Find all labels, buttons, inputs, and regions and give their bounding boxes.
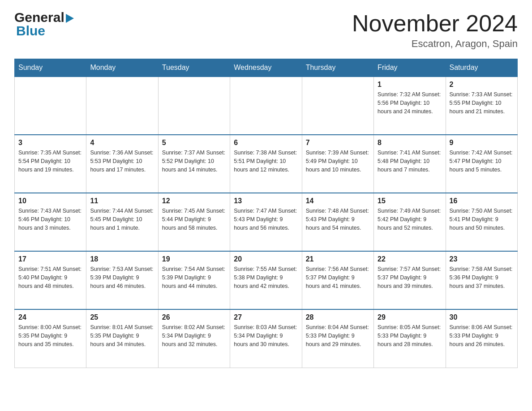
calendar-cell: 5Sunrise: 7:37 AM Sunset: 5:52 PM Daylig…	[158, 135, 230, 193]
day-info: Sunrise: 7:48 AM Sunset: 5:43 PM Dayligh…	[306, 207, 370, 232]
calendar-row-0: 1Sunrise: 7:32 AM Sunset: 5:56 PM Daylig…	[15, 77, 518, 135]
day-info: Sunrise: 7:47 AM Sunset: 5:43 PM Dayligh…	[234, 207, 298, 232]
calendar-cell: 17Sunrise: 7:51 AM Sunset: 5:40 PM Dayli…	[15, 251, 86, 309]
calendar-cell: 1Sunrise: 7:32 AM Sunset: 5:56 PM Daylig…	[374, 77, 446, 135]
day-info: Sunrise: 7:58 AM Sunset: 5:36 PM Dayligh…	[450, 265, 514, 290]
calendar-cell: 27Sunrise: 8:03 AM Sunset: 5:34 PM Dayli…	[230, 309, 302, 368]
day-number: 15	[378, 197, 442, 205]
day-info: Sunrise: 8:04 AM Sunset: 5:33 PM Dayligh…	[306, 323, 370, 348]
calendar-cell: 23Sunrise: 7:58 AM Sunset: 5:36 PM Dayli…	[446, 251, 517, 309]
weekday-header-wednesday: Wednesday	[230, 59, 302, 77]
logo-blue-text: Blue	[14, 24, 45, 38]
calendar-body: 1Sunrise: 7:32 AM Sunset: 5:56 PM Daylig…	[15, 77, 518, 368]
day-info: Sunrise: 7:55 AM Sunset: 5:38 PM Dayligh…	[234, 265, 298, 290]
weekday-header-sunday: Sunday	[15, 59, 86, 77]
day-number: 5	[162, 139, 226, 147]
day-number: 3	[18, 139, 82, 147]
day-info: Sunrise: 8:06 AM Sunset: 5:33 PM Dayligh…	[450, 323, 514, 348]
weekday-header-tuesday: Tuesday	[158, 59, 230, 77]
day-number: 4	[90, 139, 154, 147]
day-number: 26	[162, 313, 226, 321]
weekday-header-saturday: Saturday	[446, 59, 517, 77]
day-number: 24	[18, 313, 82, 321]
calendar-cell: 18Sunrise: 7:53 AM Sunset: 5:39 PM Dayli…	[86, 251, 158, 309]
day-info: Sunrise: 7:37 AM Sunset: 5:52 PM Dayligh…	[162, 149, 226, 174]
calendar-cell: 19Sunrise: 7:54 AM Sunset: 5:39 PM Dayli…	[158, 251, 230, 309]
month-title: November 2024	[352, 11, 518, 36]
calendar-cell: 7Sunrise: 7:39 AM Sunset: 5:49 PM Daylig…	[302, 135, 373, 193]
day-number: 20	[234, 255, 298, 263]
day-info: Sunrise: 8:03 AM Sunset: 5:34 PM Dayligh…	[234, 323, 298, 348]
day-info: Sunrise: 7:42 AM Sunset: 5:47 PM Dayligh…	[450, 149, 514, 174]
day-info: Sunrise: 8:01 AM Sunset: 5:35 PM Dayligh…	[90, 323, 154, 348]
day-number: 8	[378, 139, 442, 147]
calendar-cell: 2Sunrise: 7:33 AM Sunset: 5:55 PM Daylig…	[446, 77, 517, 135]
calendar-cell: 22Sunrise: 7:57 AM Sunset: 5:37 PM Dayli…	[374, 251, 446, 309]
day-number: 28	[306, 313, 370, 321]
day-number: 17	[18, 255, 82, 263]
day-info: Sunrise: 8:02 AM Sunset: 5:34 PM Dayligh…	[162, 323, 226, 348]
calendar-cell	[15, 77, 86, 135]
day-info: Sunrise: 7:57 AM Sunset: 5:37 PM Dayligh…	[378, 265, 442, 290]
day-number: 22	[378, 255, 442, 263]
day-number: 27	[234, 313, 298, 321]
calendar-cell: 26Sunrise: 8:02 AM Sunset: 5:34 PM Dayli…	[158, 309, 230, 368]
weekday-header-thursday: Thursday	[302, 59, 373, 77]
calendar-cell	[86, 77, 158, 135]
calendar-cell: 16Sunrise: 7:50 AM Sunset: 5:41 PM Dayli…	[446, 193, 517, 251]
day-number: 1	[378, 81, 442, 89]
page-header: General Blue November 2024 Escatron, Ara…	[14, 11, 518, 50]
day-info: Sunrise: 7:54 AM Sunset: 5:39 PM Dayligh…	[162, 265, 226, 290]
calendar-cell: 3Sunrise: 7:35 AM Sunset: 5:54 PM Daylig…	[15, 135, 86, 193]
day-number: 14	[306, 197, 370, 205]
day-info: Sunrise: 7:45 AM Sunset: 5:44 PM Dayligh…	[162, 207, 226, 232]
day-info: Sunrise: 7:43 AM Sunset: 5:46 PM Dayligh…	[18, 207, 82, 232]
day-number: 25	[90, 313, 154, 321]
calendar-cell: 21Sunrise: 7:56 AM Sunset: 5:37 PM Dayli…	[302, 251, 373, 309]
calendar-table: SundayMondayTuesdayWednesdayThursdayFrid…	[14, 59, 518, 368]
day-info: Sunrise: 7:32 AM Sunset: 5:56 PM Dayligh…	[378, 90, 442, 116]
day-number: 29	[378, 313, 442, 321]
day-number: 13	[234, 197, 298, 205]
day-number: 18	[90, 255, 154, 263]
calendar-cell: 30Sunrise: 8:06 AM Sunset: 5:33 PM Dayli…	[446, 309, 517, 368]
day-info: Sunrise: 7:50 AM Sunset: 5:41 PM Dayligh…	[450, 207, 514, 232]
day-info: Sunrise: 7:36 AM Sunset: 5:53 PM Dayligh…	[90, 149, 154, 174]
day-info: Sunrise: 7:44 AM Sunset: 5:45 PM Dayligh…	[90, 207, 154, 232]
calendar-cell: 6Sunrise: 7:38 AM Sunset: 5:51 PM Daylig…	[230, 135, 302, 193]
calendar-cell: 11Sunrise: 7:44 AM Sunset: 5:45 PM Dayli…	[86, 193, 158, 251]
day-number: 19	[162, 255, 226, 263]
weekday-header-monday: Monday	[86, 59, 158, 77]
logo: General Blue	[14, 11, 74, 38]
calendar-row-3: 17Sunrise: 7:51 AM Sunset: 5:40 PM Dayli…	[15, 251, 518, 309]
calendar-row-2: 10Sunrise: 7:43 AM Sunset: 5:46 PM Dayli…	[15, 193, 518, 251]
day-info: Sunrise: 7:41 AM Sunset: 5:48 PM Dayligh…	[378, 149, 442, 174]
weekday-header-row: SundayMondayTuesdayWednesdayThursdayFrid…	[15, 59, 518, 77]
calendar-cell: 28Sunrise: 8:04 AM Sunset: 5:33 PM Dayli…	[302, 309, 373, 368]
day-number: 23	[450, 255, 514, 263]
calendar-cell: 8Sunrise: 7:41 AM Sunset: 5:48 PM Daylig…	[374, 135, 446, 193]
calendar-cell: 20Sunrise: 7:55 AM Sunset: 5:38 PM Dayli…	[230, 251, 302, 309]
day-info: Sunrise: 7:49 AM Sunset: 5:42 PM Dayligh…	[378, 207, 442, 232]
calendar-cell: 15Sunrise: 7:49 AM Sunset: 5:42 PM Dayli…	[374, 193, 446, 251]
day-number: 11	[90, 197, 154, 205]
location-title: Escatron, Aragon, Spain	[352, 38, 518, 50]
logo-triangle-icon	[66, 14, 74, 23]
calendar-row-1: 3Sunrise: 7:35 AM Sunset: 5:54 PM Daylig…	[15, 135, 518, 193]
calendar-cell	[302, 77, 373, 135]
day-number: 6	[234, 139, 298, 147]
day-info: Sunrise: 7:38 AM Sunset: 5:51 PM Dayligh…	[234, 149, 298, 174]
day-info: Sunrise: 7:56 AM Sunset: 5:37 PM Dayligh…	[306, 265, 370, 290]
day-info: Sunrise: 8:00 AM Sunset: 5:35 PM Dayligh…	[18, 323, 82, 348]
title-section: November 2024 Escatron, Aragon, Spain	[352, 11, 518, 50]
day-info: Sunrise: 7:39 AM Sunset: 5:49 PM Dayligh…	[306, 149, 370, 174]
logo-general-text: General	[14, 11, 64, 24]
day-number: 2	[450, 81, 514, 89]
day-info: Sunrise: 7:53 AM Sunset: 5:39 PM Dayligh…	[90, 265, 154, 290]
calendar-cell: 13Sunrise: 7:47 AM Sunset: 5:43 PM Dayli…	[230, 193, 302, 251]
calendar-cell: 29Sunrise: 8:05 AM Sunset: 5:33 PM Dayli…	[374, 309, 446, 368]
day-number: 9	[450, 139, 514, 147]
calendar-cell: 9Sunrise: 7:42 AM Sunset: 5:47 PM Daylig…	[446, 135, 517, 193]
day-info: Sunrise: 7:51 AM Sunset: 5:40 PM Dayligh…	[18, 265, 82, 290]
weekday-header-friday: Friday	[374, 59, 446, 77]
